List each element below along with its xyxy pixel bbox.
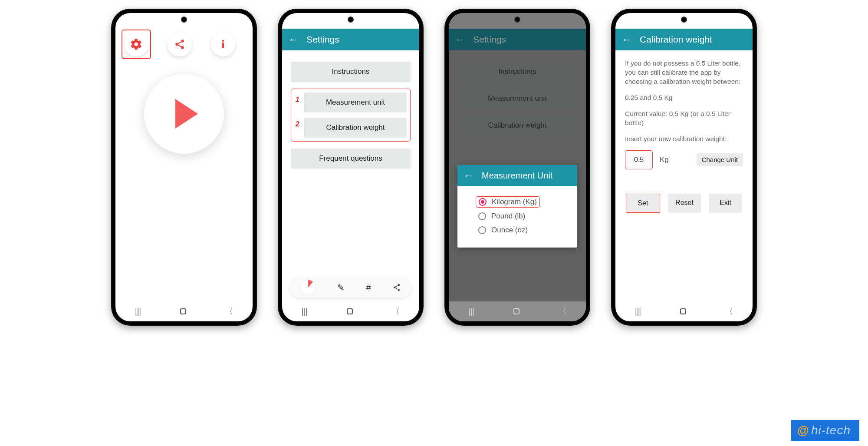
cal-intro-text: If you do not possess a 0.5 Liter bottle…: [625, 59, 743, 86]
app-bar-title: Settings: [306, 34, 339, 45]
home-icon[interactable]: [513, 308, 519, 314]
back-icon[interactable]: 〈: [225, 306, 233, 317]
cal-insert-text: Insert your new calibration weight:: [625, 135, 743, 144]
svg-point-3: [398, 284, 399, 286]
cal-current-text: Current value: 0,5 Kg (or a 0.5 Liter bo…: [625, 109, 743, 128]
svg-point-1: [175, 43, 178, 46]
home-icon[interactable]: [347, 308, 353, 314]
calibration-weight-button[interactable]: Calibration weight: [304, 118, 407, 138]
svg-point-0: [181, 40, 184, 43]
cal-range-text: 0.25 and 0.5 Kg: [625, 93, 743, 102]
edit-icon[interactable]: ✎: [337, 282, 345, 293]
highlight-group: 1 Measurement unit 2 Calibration weight: [291, 89, 411, 142]
radio-kg-label: Kilogram (Kg): [492, 198, 537, 206]
home-icon[interactable]: [680, 308, 686, 314]
back-arrow-icon[interactable]: ←: [621, 33, 632, 46]
radio-kg[interactable]: Kilogram (Kg): [478, 195, 567, 209]
app-bar: ← Settings: [282, 29, 419, 50]
instructions-button[interactable]: Instructions: [291, 62, 411, 82]
back-icon[interactable]: 〈: [725, 306, 733, 317]
radio-unselected-icon: [478, 212, 486, 220]
svg-point-5: [398, 289, 399, 291]
measurement-unit-dialog: ← Measurement Unit Kilogram (Kg) Pound (…: [457, 165, 577, 248]
svg-point-2: [181, 46, 184, 49]
faq-button[interactable]: Frequent questions: [291, 149, 411, 168]
front-camera: [514, 17, 520, 23]
recents-icon[interactable]: |||: [635, 307, 641, 316]
badge-1: 1: [296, 96, 299, 104]
share-small-icon[interactable]: [392, 283, 401, 292]
dialog-back-icon[interactable]: ←: [464, 169, 474, 182]
play-icon: [175, 99, 198, 129]
badge-2: 2: [296, 120, 299, 128]
back-icon[interactable]: 〈: [392, 306, 400, 317]
radio-lb-label: Pound (lb): [491, 212, 525, 221]
play-button[interactable]: [144, 74, 224, 154]
phone-4: ← Calibration weight If you do not posse…: [611, 9, 757, 326]
set-button[interactable]: Set: [626, 194, 660, 213]
radio-selected-icon: [479, 198, 487, 206]
android-navbar: ||| 〈: [449, 301, 586, 321]
dialog-header: ← Measurement Unit: [457, 165, 577, 186]
share-button[interactable]: [168, 32, 192, 56]
app-bar-title: Settings: [473, 34, 506, 45]
back-icon[interactable]: 〈: [559, 306, 566, 317]
android-navbar: ||| 〈: [115, 301, 253, 321]
measurement-unit-button[interactable]: Measurement unit: [304, 93, 407, 112]
radio-oz-label: Ounce (oz): [491, 226, 528, 235]
app-bar: ← Calibration weight: [615, 29, 753, 50]
exit-button[interactable]: Exit: [709, 194, 742, 213]
front-camera: [681, 17, 687, 23]
hash-icon[interactable]: #: [366, 283, 371, 293]
radio-oz[interactable]: Ounce (oz): [478, 223, 567, 237]
calibration-weight-input[interactable]: 0.5: [625, 150, 653, 169]
phone-3: ← Settings Instructions Measurement unit…: [444, 9, 590, 326]
change-unit-button[interactable]: Change Unit: [697, 153, 743, 166]
reset-button[interactable]: Reset: [668, 194, 701, 213]
back-arrow-icon: ←: [455, 33, 465, 46]
highlight-gear: [122, 30, 151, 59]
unit-label: Kg: [660, 155, 669, 165]
recents-icon[interactable]: |||: [302, 307, 308, 316]
back-arrow-icon[interactable]: ←: [288, 33, 299, 46]
phone-2: ← Settings Instructions 1 Measurement un…: [278, 9, 424, 326]
recents-icon[interactable]: |||: [135, 307, 141, 316]
info-icon: i: [221, 37, 225, 51]
app-bar: ← Settings: [449, 29, 586, 50]
recents-icon[interactable]: |||: [468, 307, 474, 316]
home-icon[interactable]: [180, 308, 186, 314]
front-camera: [181, 17, 187, 23]
info-button[interactable]: i: [211, 32, 235, 56]
android-navbar: ||| 〈: [282, 301, 419, 321]
bottom-toolbar: ✎ #: [290, 277, 411, 298]
front-camera: [348, 17, 354, 23]
radio-lb[interactable]: Pound (lb): [478, 209, 567, 223]
dialog-title: Measurement Unit: [482, 171, 552, 181]
app-bar-title: Calibration weight: [640, 34, 712, 45]
android-navbar: ||| 〈: [615, 301, 753, 321]
share-icon: [174, 39, 185, 50]
radio-unselected-icon: [478, 226, 486, 234]
progress-icon[interactable]: [300, 280, 316, 295]
phone-1: i ||| 〈: [111, 9, 257, 326]
